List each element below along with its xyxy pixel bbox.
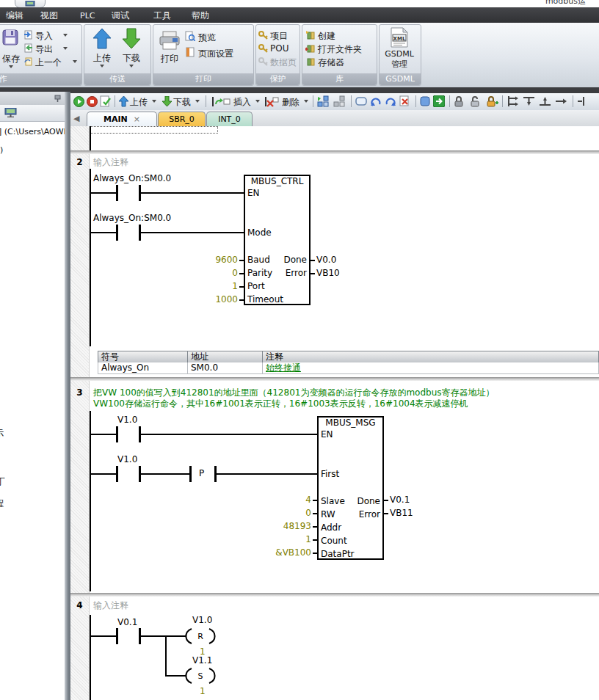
contact-element-icon[interactable] [577, 95, 589, 107]
contact-bar[interactable] [116, 628, 118, 644]
protect-project-button[interactable]: 项目 [270, 30, 288, 43]
stop-icon[interactable] [87, 96, 98, 107]
symbol-table-cell[interactable]: SM0.0 [187, 362, 263, 374]
protect-pou-button[interactable]: POU [270, 43, 288, 54]
pou-network-gray-icon[interactable] [333, 95, 346, 108]
toolbar-upload-button[interactable]: 上传 [130, 96, 148, 109]
cpu-monitor-icon[interactable] [4, 108, 17, 117]
menu-plc[interactable]: PLC [80, 11, 95, 21]
panel-splitter[interactable] [65, 92, 70, 700]
param-value[interactable]: 48193 [248, 521, 311, 531]
symbol-table-cell[interactable]: 始终接通 [262, 362, 599, 374]
menu-debug[interactable]: 调试 [112, 10, 129, 22]
branch-merge-icon[interactable] [523, 95, 535, 107]
toolbar-download-icon[interactable] [162, 96, 172, 107]
project-path-item[interactable]: ] (C:\Users\AOWID [0, 127, 65, 136]
library-open-folder-button[interactable]: 打开文件夹 [318, 43, 362, 56]
previous-button[interactable]: 上一个 [35, 56, 62, 69]
tab-scroll-left-icon[interactable]: ◀ [73, 114, 79, 123]
pin-icon[interactable] [54, 95, 61, 103]
line-right-icon[interactable] [555, 95, 567, 107]
go-to-icon[interactable] [433, 95, 445, 107]
save-button[interactable]: 保存 [0, 53, 23, 65]
contact-operand[interactable]: V1.0 [117, 454, 137, 464]
ribbon-upload-caret-icon[interactable] [100, 65, 104, 68]
output-operand[interactable]: VB11 [390, 508, 413, 518]
pou-network-icon[interactable] [317, 95, 330, 108]
upload-arrow-icon[interactable] [92, 28, 112, 50]
import-caret-icon[interactable] [63, 34, 68, 37]
print-button[interactable]: 打印 [157, 53, 182, 65]
compile-icon[interactable] [100, 95, 111, 107]
previous-caret-icon[interactable] [73, 60, 77, 63]
tree-item-fragment[interactable]: ) [0, 145, 3, 155]
edge-contact-bar[interactable] [189, 466, 192, 482]
quick-access-toolbar[interactable] [15, 0, 46, 7]
ribbon-upload-button[interactable]: 上传 [89, 52, 115, 65]
insert-caret-icon[interactable] [255, 100, 260, 103]
tree-item-fragment[interactable]: 程 [0, 497, 4, 510]
export-caret-icon[interactable] [63, 47, 68, 50]
clear-icon[interactable] [399, 95, 410, 107]
toolbar-download-button[interactable]: 下载 [173, 96, 191, 109]
menu-edit[interactable]: 编辑 [6, 10, 23, 22]
param-value[interactable]: &VB100 [248, 547, 311, 558]
contact-bar[interactable] [116, 185, 118, 201]
set-coil[interactable]: S [184, 667, 217, 685]
menu-help[interactable]: 帮助 [192, 10, 209, 22]
contact-operand[interactable]: V1.0 [117, 415, 137, 425]
coil-count[interactable]: 1 [200, 686, 206, 696]
output-operand[interactable]: V0.1 [390, 495, 410, 505]
delete-button[interactable]: 删除 [282, 96, 300, 109]
menu-view[interactable]: 视图 [40, 10, 58, 22]
contact-bar[interactable] [116, 426, 118, 442]
undo-icon[interactable] [370, 96, 382, 106]
edge-contact-label[interactable]: P [199, 468, 204, 478]
export-button[interactable]: 导出 [35, 43, 53, 56]
download-arrow-icon[interactable] [122, 28, 141, 50]
tree-item-fragment[interactable]: 示 [0, 427, 4, 440]
param-value[interactable]: 4 [248, 495, 311, 505]
insert-button[interactable]: 插入 [233, 96, 251, 109]
unlock-icon[interactable] [470, 95, 480, 107]
param-value[interactable]: 0 [248, 508, 311, 518]
tree-item-fragment[interactable]: 丁 [0, 475, 5, 488]
tab-sbr0[interactable]: SBR_0 [158, 112, 206, 127]
lock-add-icon[interactable] [486, 95, 498, 107]
output-operand[interactable]: VB10 [316, 268, 340, 278]
page-setup-button[interactable]: 页面设置 [198, 48, 233, 60]
network2-comment[interactable]: 输入注释 [93, 156, 128, 169]
status-icon[interactable] [420, 96, 430, 106]
mbus-msg-block[interactable]: MBUS_MSG EN First Slave RW Addr Count Da… [317, 416, 384, 560]
library-memory-button[interactable]: 存储器 [318, 56, 344, 69]
contact-bar[interactable] [116, 466, 118, 482]
contact-operand[interactable]: V0.1 [117, 617, 137, 627]
run-icon[interactable] [73, 96, 84, 107]
symbol-table-cell[interactable]: Always_On [98, 362, 188, 374]
delete-row-icon[interactable] [264, 96, 279, 107]
delete-caret-icon[interactable] [304, 100, 308, 103]
gsdml-manage-button[interactable]: GSDML [379, 49, 420, 59]
ribbon-download-caret-icon[interactable] [129, 65, 134, 68]
save-caret-icon[interactable] [9, 65, 13, 68]
coil-operand[interactable]: V1.0 [192, 615, 212, 625]
coil-operand[interactable]: V1.1 [192, 655, 212, 666]
xml-file-icon[interactable]: XML [390, 27, 409, 48]
contact-operand[interactable]: Always_On:SM0.0 [93, 173, 171, 183]
save-icon[interactable] [2, 29, 18, 45]
toolbar-upload-caret-icon[interactable] [152, 100, 156, 103]
contact-bar[interactable] [116, 225, 118, 241]
tab-main[interactable]: MAIN× [87, 112, 157, 127]
lock-icon[interactable] [454, 95, 464, 107]
branch-down-icon[interactable] [507, 95, 519, 107]
param-value[interactable]: 1000 [175, 294, 238, 305]
tab-close-icon[interactable]: × [134, 114, 140, 124]
reset-coil[interactable]: R [184, 627, 217, 645]
printer-icon[interactable] [159, 31, 181, 50]
import-button[interactable]: 导入 [35, 30, 53, 43]
contact-operand[interactable]: Always_On:SM0.0 [93, 213, 171, 223]
toolbar-download-caret-icon[interactable] [195, 100, 200, 103]
network3-comment-line2[interactable]: VW100存储运行命令，其中16#1001表示正转，16#1003表示反转，16… [93, 398, 468, 410]
param-value[interactable]: 9600 [175, 255, 238, 265]
param-value[interactable]: 1 [248, 534, 311, 544]
